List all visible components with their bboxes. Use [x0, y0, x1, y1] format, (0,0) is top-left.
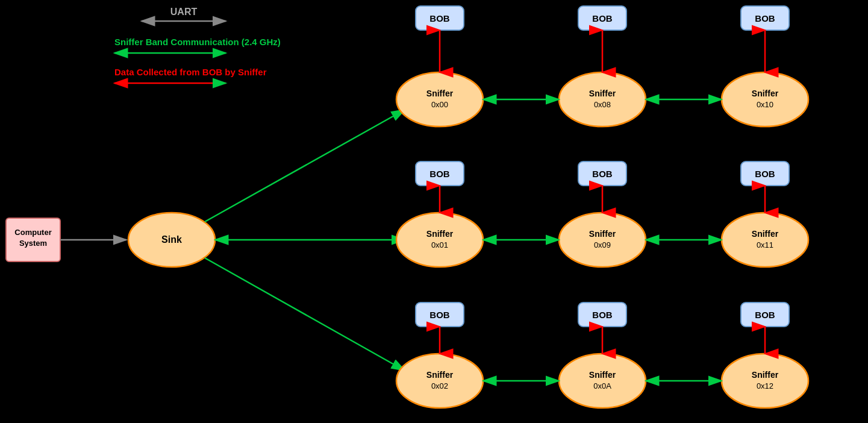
network-diagram: UART Sniffer Band Communication (2.4 GHz… — [0, 0, 868, 423]
sniffer-0x09-addr: 0x09 — [594, 240, 611, 249]
svg-line-12 — [205, 110, 405, 222]
bob-11-label: BOB — [755, 169, 775, 179]
sniffer-0x00-label: Sniffer — [426, 89, 454, 98]
sniffer-0x01-addr: 0x01 — [431, 240, 448, 249]
sniffer-0x08-label: Sniffer — [589, 89, 616, 98]
sniffer-0x11-label: Sniffer — [752, 229, 779, 239]
sniffer-0x01-node — [396, 213, 483, 267]
sniffer-0x12-addr: 0x12 — [757, 381, 773, 390]
sniffer-0x00-node — [396, 72, 483, 127]
bob-10-label: BOB — [755, 13, 775, 24]
bob-0A-label: BOB — [592, 310, 613, 320]
sniffer-0x0A-label: Sniffer — [589, 370, 616, 380]
sniffer-0x08-addr: 0x08 — [594, 100, 611, 109]
data-collected-legend-label: Data Collected from BOB by Sniffer — [114, 67, 267, 77]
sniffer-0x0A-addr: 0x0A — [593, 381, 611, 390]
sniffer-0x09-node — [559, 213, 646, 267]
sniffer-0x10-node — [722, 72, 808, 127]
computer-system-label: Computer — [14, 228, 51, 237]
svg-line-14 — [205, 258, 405, 371]
uart-legend-label: UART — [170, 7, 198, 17]
bob-02-label: BOB — [429, 310, 450, 320]
computer-system-label2: System — [19, 239, 47, 248]
sniffer-0x12-label: Sniffer — [752, 370, 779, 380]
bob-01-label: BOB — [429, 169, 450, 179]
sniffer-0x08-node — [559, 72, 646, 127]
sniffer-0x02-node — [396, 354, 483, 408]
sniffer-0x0A-node — [559, 354, 646, 408]
bob-00-label: BOB — [429, 13, 450, 24]
sniffer-0x11-node — [722, 213, 808, 267]
bob-09-label: BOB — [592, 169, 613, 179]
sink-label: Sink — [161, 234, 182, 245]
sniffer-0x10-label: Sniffer — [752, 89, 779, 98]
sniffer-0x00-addr: 0x00 — [431, 100, 448, 109]
sniffer-0x09-label: Sniffer — [589, 229, 616, 239]
bob-08-label: BOB — [592, 13, 613, 24]
sniffer-0x01-label: Sniffer — [426, 229, 454, 239]
sniffer-0x11-addr: 0x11 — [757, 240, 773, 249]
sniffer-0x02-label: Sniffer — [426, 370, 454, 380]
sniffer-0x12-node — [722, 354, 808, 408]
bob-12-label: BOB — [755, 310, 775, 320]
sniffer-band-legend-label: Sniffer Band Communication (2.4 GHz) — [114, 37, 281, 47]
sniffer-0x02-addr: 0x02 — [431, 381, 448, 390]
sniffer-0x10-addr: 0x10 — [757, 100, 773, 109]
